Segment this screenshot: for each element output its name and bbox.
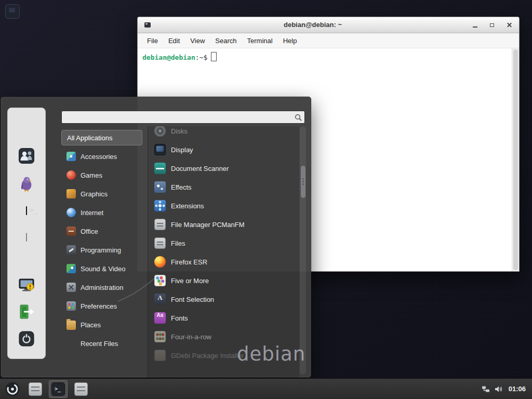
distro-logo-icon bbox=[5, 381, 20, 397]
category-accessories[interactable]: Accessories bbox=[61, 147, 142, 166]
favorite-shutdown[interactable] bbox=[18, 330, 35, 348]
menu-terminal[interactable]: Terminal bbox=[242, 34, 278, 47]
category-administration[interactable]: Administration bbox=[61, 278, 142, 297]
four-in-a-row-icon bbox=[154, 331, 166, 342]
application-menu: All Applications Accessories Games Graph… bbox=[1, 97, 311, 378]
display-settings-icon bbox=[18, 276, 35, 294]
desktop: debian@debian: ~ File Edit View Search T… bbox=[0, 0, 532, 399]
clock[interactable]: 01:06 bbox=[509, 385, 526, 393]
category-all-applications[interactable]: All Applications bbox=[61, 130, 142, 145]
app-item-display[interactable]: Display bbox=[148, 140, 299, 159]
category-sound-video[interactable]: Sound & Video bbox=[61, 259, 142, 278]
category-list: All Applications Accessories Games Graph… bbox=[61, 128, 142, 353]
users-icon bbox=[18, 147, 35, 165]
terminal-scrollbar[interactable] bbox=[512, 48, 519, 271]
app-item-document-scanner[interactable]: Document Scanner bbox=[148, 159, 299, 178]
taskbar-files-button[interactable] bbox=[72, 380, 90, 398]
category-graphics[interactable]: Graphics bbox=[61, 184, 142, 203]
effects-icon bbox=[154, 181, 166, 193]
files-icon bbox=[74, 382, 88, 396]
extensions-icon bbox=[154, 200, 166, 211]
terminal-cursor bbox=[211, 52, 217, 61]
favorite-display-settings[interactable] bbox=[18, 276, 35, 294]
applications-scrollbar[interactable] bbox=[300, 126, 306, 375]
menu-search[interactable]: Search bbox=[210, 34, 242, 47]
app-item-fonts[interactable]: Fonts bbox=[148, 309, 299, 327]
category-office[interactable]: Office bbox=[61, 222, 142, 241]
app-item-four-in-a-row[interactable]: Four-in-a-row bbox=[148, 327, 299, 346]
favorite-logout[interactable] bbox=[18, 303, 35, 321]
font-selection-icon bbox=[154, 294, 166, 305]
file-manager-icon bbox=[29, 382, 42, 396]
app-item-disks[interactable]: Disks bbox=[148, 126, 299, 140]
recent-files-icon bbox=[66, 339, 76, 348]
favorite-pidgin[interactable] bbox=[18, 175, 35, 192]
shutdown-icon bbox=[18, 330, 35, 348]
app-item-file-manager-pcmanfm[interactable]: File Manager PCManFM bbox=[148, 215, 299, 234]
preferences-icon bbox=[66, 301, 76, 311]
maximize-button[interactable] bbox=[489, 22, 496, 29]
prompt-suffix: :~$ bbox=[195, 54, 207, 61]
category-preferences[interactable]: Preferences bbox=[61, 297, 142, 315]
favorite-terminal[interactable] bbox=[18, 202, 35, 219]
terminal-window-icon bbox=[144, 22, 151, 28]
pidgin-icon bbox=[18, 175, 35, 192]
menu-help[interactable]: Help bbox=[278, 34, 302, 47]
favorite-file-cabinet[interactable] bbox=[18, 228, 35, 246]
office-icon bbox=[66, 227, 76, 236]
terminal-icon bbox=[51, 382, 65, 396]
taskbar-terminal-button[interactable] bbox=[49, 380, 68, 398]
terminal-title: debian@debian: ~ bbox=[169, 17, 457, 33]
places-icon bbox=[66, 321, 76, 330]
terminal-scrollbar-thumb[interactable] bbox=[513, 49, 518, 270]
file-manager-icon bbox=[154, 219, 166, 230]
app-item-effects[interactable]: Effects bbox=[148, 178, 299, 196]
favorite-firefox[interactable] bbox=[18, 121, 35, 138]
network-icon[interactable] bbox=[482, 385, 490, 393]
programming-icon bbox=[66, 245, 76, 255]
category-games[interactable]: Games bbox=[61, 166, 142, 184]
display-icon bbox=[154, 144, 166, 155]
app-item-extensions[interactable]: Extensions bbox=[148, 196, 299, 215]
menu-view[interactable]: View bbox=[185, 34, 210, 47]
app-item-five-or-more[interactable]: Five or More bbox=[148, 271, 299, 290]
five-or-more-icon bbox=[154, 275, 166, 286]
search-input[interactable] bbox=[64, 112, 293, 123]
prompt-user-host: debian@debian bbox=[142, 54, 195, 61]
logout-icon bbox=[18, 303, 35, 321]
accessories-icon bbox=[66, 152, 76, 161]
taskbar-file-manager-button[interactable] bbox=[26, 380, 45, 398]
category-internet[interactable]: Internet bbox=[61, 203, 142, 222]
desktop-shortcut-icon[interactable] bbox=[5, 4, 20, 19]
files-icon bbox=[154, 237, 166, 249]
fonts-icon bbox=[154, 312, 166, 324]
search-box bbox=[61, 111, 305, 124]
app-item-gdebi-package-installer[interactable]: GDebi Package Installer bbox=[148, 346, 299, 365]
app-item-files[interactable]: Files bbox=[148, 234, 299, 252]
games-icon bbox=[66, 170, 76, 180]
category-places[interactable]: Places bbox=[61, 315, 142, 334]
category-programming[interactable]: Programming bbox=[61, 241, 142, 259]
application-list: Disks Display Document Scanner Effects E… bbox=[148, 126, 299, 378]
favorite-users[interactable] bbox=[18, 147, 35, 165]
sound-video-icon bbox=[66, 264, 76, 273]
applications-scrollbar-thumb[interactable] bbox=[301, 166, 305, 198]
terminal-titlebar[interactable]: debian@debian: ~ bbox=[138, 17, 519, 33]
close-button[interactable] bbox=[506, 22, 513, 29]
search-icon bbox=[295, 114, 302, 121]
gdebi-icon bbox=[154, 350, 166, 361]
firefox-icon bbox=[154, 256, 166, 268]
volume-icon[interactable] bbox=[494, 385, 502, 393]
menu-file[interactable]: File bbox=[142, 34, 163, 47]
administration-icon bbox=[66, 283, 76, 292]
menu-edit[interactable]: Edit bbox=[163, 34, 185, 47]
category-recent-files[interactable]: Recent Files bbox=[61, 334, 142, 353]
app-item-font-selection[interactable]: Font Selection bbox=[148, 290, 299, 309]
minimize-button[interactable] bbox=[472, 22, 478, 29]
disks-icon bbox=[154, 126, 166, 137]
app-item-firefox-esr[interactable]: Firefox ESR bbox=[148, 252, 299, 271]
document-scanner-icon bbox=[154, 163, 166, 174]
internet-icon bbox=[66, 208, 76, 217]
terminal-menubar: File Edit View Search Terminal Help bbox=[138, 33, 519, 48]
menu-button[interactable] bbox=[3, 380, 22, 398]
